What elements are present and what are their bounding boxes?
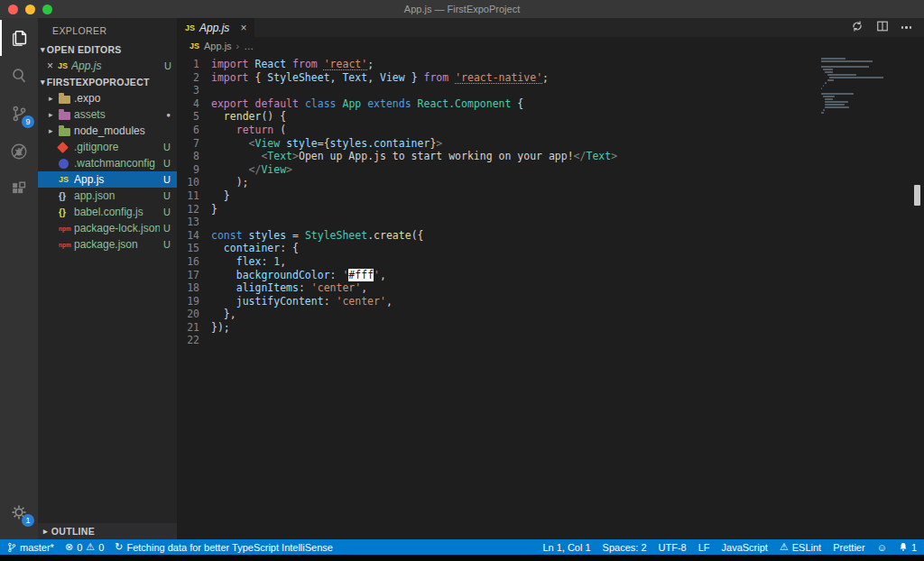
code-line[interactable]: 3 (177, 84, 911, 97)
window-title: App.js — FirstExpoProject (0, 4, 924, 14)
code-line[interactable]: 20 }, (177, 308, 911, 321)
watchman-file-icon (59, 159, 69, 169)
feedback-smiley-icon[interactable]: ☺ (877, 542, 887, 553)
git-status-badge: U (163, 190, 171, 201)
breadcrumb-symbol[interactable]: … (244, 41, 254, 51)
code-line[interactable]: 15 container: { (177, 242, 911, 255)
code-line[interactable]: 1import React from 'react'; (177, 58, 911, 71)
source-control-icon[interactable]: 9 (0, 96, 38, 132)
indentation-item[interactable]: Spaces: 2 (603, 542, 647, 553)
problems-item[interactable]: ⊗ 0 ⚠ 0 (65, 541, 104, 553)
tree-item--expo[interactable]: ▸.expo (38, 90, 177, 106)
code-line-content: return ( (211, 124, 911, 137)
file-icon-slot: {} (59, 191, 74, 201)
tree-item-assets[interactable]: ▸assets● (38, 106, 177, 123)
code-area[interactable]: 1import React from 'react';2import { Sty… (177, 55, 911, 539)
minimap-line (821, 98, 904, 100)
minimap-line (821, 90, 904, 92)
line-number: 20 (177, 308, 211, 321)
outline-section-header[interactable]: ▸ OUTLINE (38, 523, 177, 539)
code-line[interactable]: 6 return ( (177, 124, 911, 137)
chevron-down-icon: ▾ (41, 78, 45, 87)
tab-appjs[interactable]: JS App.js × (177, 18, 254, 37)
eslint-item[interactable]: ⚠ ESLint (780, 541, 821, 553)
code-line[interactable]: 2import { StyleSheet, Text, View } from … (177, 71, 911, 85)
project-header[interactable]: ▾ FIRSTEXPOPROJECT (38, 74, 177, 90)
tree-item-node-modules[interactable]: ▸node_modules (38, 123, 177, 139)
minimap-line (821, 87, 904, 89)
breadcrumb[interactable]: JS App.js › … (177, 37, 924, 55)
line-number: 18 (177, 281, 211, 295)
prettier-item[interactable]: Prettier (833, 542, 864, 553)
open-editors-header[interactable]: ▾ OPEN EDITORS (38, 41, 177, 58)
line-number: 6 (177, 124, 211, 137)
code-line[interactable]: 22 (177, 334, 911, 347)
line-number: 10 (177, 176, 211, 189)
settings-badge: 1 (22, 514, 34, 527)
minimap-line (821, 63, 904, 65)
tree-item-label: babel.config.js (74, 206, 160, 218)
intellisense-status-item[interactable]: ↻ Fetching data for better TypeScript In… (115, 541, 333, 553)
tree-item-package-lock-json[interactable]: npmpackage-lock.jsonU (38, 220, 177, 236)
encoding-item[interactable]: UTF-8 (659, 542, 687, 553)
code-line-content: }); (211, 321, 911, 335)
cursor-position-item[interactable]: Ln 1, Col 1 (542, 542, 590, 553)
code-line[interactable]: 19 justifyContent: 'center', (177, 295, 911, 308)
code-line[interactable]: 13 (177, 216, 911, 229)
code-line[interactable]: 9 </View> (177, 163, 911, 177)
tree-item--watchmanconfig[interactable]: .watchmanconfigU (38, 155, 177, 171)
code-line[interactable]: 14const styles = StyleSheet.create({ (177, 229, 911, 243)
code-line[interactable]: 21}); (177, 321, 911, 335)
code-line[interactable]: 11 } (177, 189, 911, 203)
code-line[interactable]: 17 backgroundColor: '#fff', (177, 269, 911, 282)
code-line[interactable]: 16 flex: 1, (177, 255, 911, 269)
code-line[interactable]: 10 ); (177, 176, 911, 189)
open-editor-item[interactable]: × JS App.js U (38, 58, 177, 74)
more-actions-icon[interactable] (901, 26, 912, 29)
warning-icon: ⚠ (780, 541, 789, 553)
close-tab-icon[interactable]: × (240, 22, 246, 34)
code-line-content: justifyContent: 'center', (211, 295, 911, 308)
line-number: 3 (177, 84, 211, 97)
code-line[interactable]: 12} (177, 203, 911, 216)
tree-item--gitignore[interactable]: .gitignoreU (38, 139, 177, 155)
file-tree: ▸.expo▸assets●▸node_modules.gitignoreU.w… (38, 90, 177, 253)
code-line[interactable]: 8 <Text>Open up App.js to start working … (177, 150, 911, 163)
eol-item[interactable]: LF (698, 542, 710, 553)
tree-item-package-json[interactable]: npmpackage.jsonU (38, 236, 177, 253)
settings-gear-icon[interactable]: 1 (0, 494, 38, 530)
code-line[interactable]: 5 render() { (177, 110, 911, 124)
tree-item-app-json[interactable]: {}app.jsonU (38, 188, 177, 204)
tree-item-label: .gitignore (74, 141, 160, 153)
close-icon[interactable]: × (47, 60, 53, 72)
code-line[interactable]: 4export default class App extends React.… (177, 97, 911, 111)
git-status-badge: U (164, 60, 171, 71)
branch-icon (7, 542, 16, 553)
notifications-item[interactable]: 1 (899, 542, 917, 553)
minimap[interactable] (821, 58, 904, 117)
split-editor-icon[interactable] (876, 20, 889, 36)
vscode-window: App.js — FirstExpoProject (0, 0, 924, 561)
debug-disabled-icon[interactable] (0, 133, 38, 170)
line-number: 22 (177, 334, 211, 347)
extensions-icon[interactable] (0, 171, 38, 207)
minimap-line (821, 77, 904, 78)
code-line[interactable]: 7 <View style={styles.container}> (177, 137, 911, 151)
editor-actions (851, 18, 924, 37)
status-bar: master* ⊗ 0 ⚠ 0 ↻ Fetching data for bett… (0, 539, 924, 555)
tree-item-app-js[interactable]: JSApp.jsU (38, 171, 177, 188)
git-status-badge: U (163, 142, 171, 152)
search-icon[interactable] (0, 58, 38, 94)
tree-item-babel-config-js[interactable]: {}babel.config.jsU (38, 204, 177, 220)
breadcrumb-file[interactable]: App.js (204, 41, 232, 51)
minimap-line (821, 104, 904, 106)
explorer-icon[interactable] (0, 20, 38, 56)
minimap-line (821, 74, 904, 76)
code-line[interactable]: 18 alignItems: 'center', (177, 281, 911, 295)
minimap-line (821, 106, 904, 108)
sync-icon[interactable] (851, 20, 864, 36)
language-mode-item[interactable]: JavaScript (722, 542, 768, 553)
js-file-icon: JS (185, 23, 195, 32)
scrollbar-thumb[interactable] (914, 185, 920, 206)
git-branch-item[interactable]: master* (7, 542, 54, 553)
